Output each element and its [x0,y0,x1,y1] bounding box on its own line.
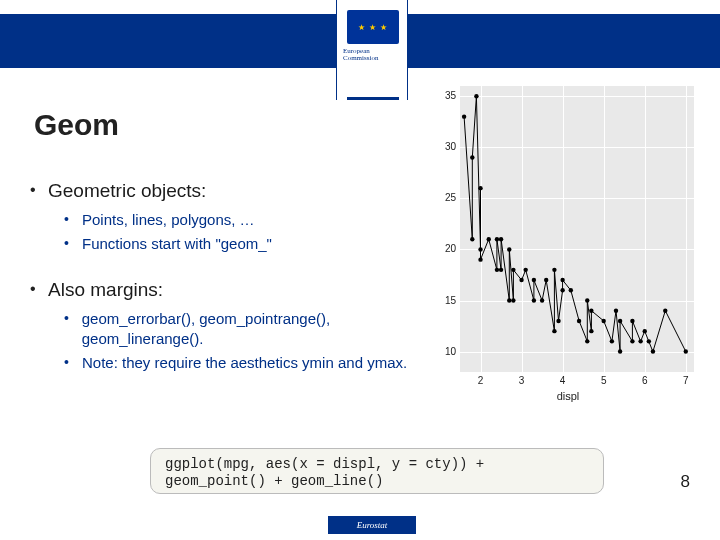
svg-point-17 [523,268,527,272]
bullet-label: Geometric objects: [48,180,206,202]
svg-point-44 [663,309,667,313]
bullet-icon: • [30,180,48,201]
chart-svg [460,86,694,372]
bullet-icon: • [30,279,48,300]
svg-point-8 [495,268,499,272]
svg-point-12 [507,298,511,302]
svg-point-5 [478,186,482,190]
chart-xtick: 3 [516,375,528,386]
svg-point-10 [499,268,503,272]
svg-point-9 [495,237,499,241]
subbullet-text: Functions start with "geom_" [82,234,272,254]
svg-point-20 [540,298,544,302]
chart-xtick: 7 [680,375,692,386]
content-area: •Geometric objects: •Points, lines, poly… [30,180,450,397]
svg-point-2 [470,155,474,159]
chart-xtick: 4 [557,375,569,386]
svg-point-16 [519,278,523,282]
svg-point-36 [618,349,622,353]
footer-label: Eurostat [328,516,416,534]
svg-point-3 [474,94,478,98]
svg-point-24 [556,319,560,323]
svg-point-13 [507,247,511,251]
svg-point-1 [470,237,474,241]
ec-logo: ★ ★ ★ EuropeanCommission [336,0,408,100]
svg-point-43 [651,349,655,353]
chart-ytick: 15 [436,295,456,306]
svg-point-0 [462,114,466,118]
svg-point-34 [610,339,614,343]
svg-point-23 [552,268,556,272]
svg-point-38 [630,339,634,343]
chart-ytick: 25 [436,192,456,203]
code-box: ggplot(mpg, aes(x = displ, y = cty)) + g… [150,448,604,494]
svg-point-33 [601,319,605,323]
svg-point-35 [614,309,618,313]
chart-ytick: 10 [436,346,456,357]
svg-point-27 [569,288,573,292]
chart: displ 101520253035234567 [436,76,700,404]
subbullet-text: Points, lines, polygons, … [82,210,255,230]
svg-point-19 [532,278,536,282]
svg-point-30 [585,298,589,302]
subbullet-icon: • [64,309,82,329]
chart-xtick: 2 [475,375,487,386]
svg-point-4 [478,247,482,251]
svg-point-37 [618,319,622,323]
svg-point-15 [511,268,515,272]
svg-point-28 [577,319,581,323]
svg-point-29 [585,339,589,343]
chart-ytick: 35 [436,90,456,101]
svg-point-7 [487,237,491,241]
slide-title: Geom [34,108,119,142]
svg-point-39 [630,319,634,323]
logo-text-2: Commission [343,54,378,62]
svg-point-42 [647,339,651,343]
subbullet-icon: • [64,210,82,230]
bullet-label: Also margins: [48,279,163,301]
chart-ytick: 30 [436,141,456,152]
svg-point-25 [560,288,564,292]
chart-xlabel: displ [436,390,700,402]
svg-point-26 [560,278,564,282]
subbullet-icon: • [64,234,82,254]
page-number: 8 [681,472,690,492]
chart-xtick: 5 [598,375,610,386]
svg-point-31 [589,329,593,333]
chart-ytick: 20 [436,243,456,254]
chart-xtick: 6 [639,375,651,386]
svg-point-45 [684,349,688,353]
svg-point-40 [638,339,642,343]
svg-point-21 [544,278,548,282]
subbullet-text: Note: they require the aesthetics ymin a… [82,353,407,373]
svg-point-41 [643,329,647,333]
svg-point-14 [511,298,515,302]
svg-point-22 [552,329,556,333]
subbullet-icon: • [64,353,82,373]
eu-flag-icon: ★ ★ ★ [347,10,399,44]
subbullet-text: geom_errorbar(), geom_pointrange(), geom… [82,309,450,350]
svg-point-18 [532,298,536,302]
plot-area [460,86,694,372]
svg-point-6 [478,257,482,261]
svg-point-32 [589,309,593,313]
svg-point-11 [499,237,503,241]
